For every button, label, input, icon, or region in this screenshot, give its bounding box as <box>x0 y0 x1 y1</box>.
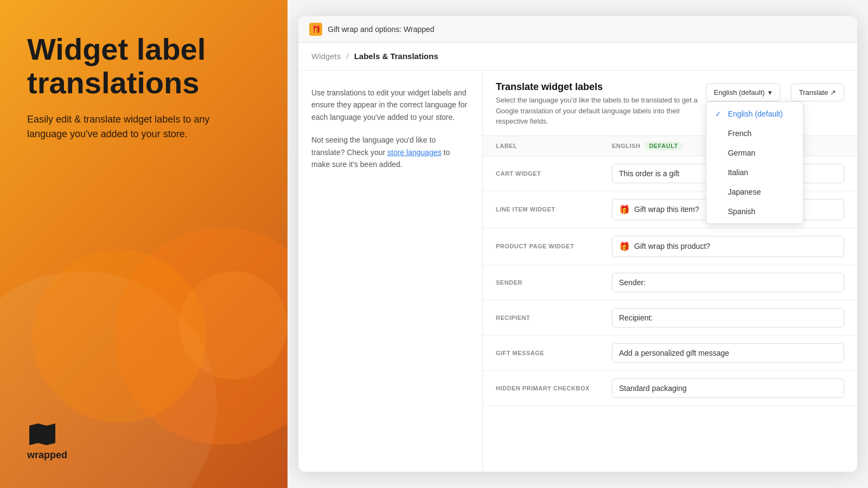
translation-panel: Translate widget labels Select the langu… <box>483 70 857 472</box>
logo-text: wrapped <box>27 450 67 461</box>
recipient-input[interactable] <box>612 308 844 328</box>
row-value-gift-message <box>612 343 844 363</box>
sender-input[interactable] <box>612 273 844 292</box>
row-value-recipient <box>612 308 844 328</box>
row-label-line-item: LINE ITEM WIDGET <box>496 206 612 213</box>
row-label-gift-message: GIFT MESSAGE <box>496 350 612 356</box>
hero-title: Widget label translations <box>27 33 260 99</box>
row-value-product-page: 🎁 Gift wrap this product? <box>612 236 844 257</box>
product-page-field[interactable]: 🎁 Gift wrap this product? <box>612 236 844 257</box>
translate-button[interactable]: Translate ↗ <box>791 84 844 101</box>
language-dropdown-trigger[interactable]: English (default) ▾ <box>706 84 780 101</box>
row-value-hidden-primary <box>612 378 844 398</box>
hero-subtitle: Easily edit & translate widget labels to… <box>27 112 222 142</box>
lang-option-japanese[interactable]: Japanese <box>706 182 803 202</box>
title-bar: 🎁 Gift wrap and options: Wrapped <box>298 16 857 43</box>
desc-paragraph-2: Not seeing the language you'd like to tr… <box>311 134 469 170</box>
breadcrumb-separator: / <box>346 52 348 61</box>
logo-icon <box>27 422 67 446</box>
gift-icon: 🎁 <box>619 241 630 252</box>
check-icon: ✓ <box>715 110 724 118</box>
default-badge: Default <box>644 142 682 150</box>
chevron-down-icon: ▾ <box>768 88 772 97</box>
app-icon: 🎁 <box>309 23 322 36</box>
main-content: Use translations to edit your widget lab… <box>298 70 857 472</box>
gift-icon: 🎁 <box>619 204 630 215</box>
store-languages-link[interactable]: store languages <box>387 148 442 157</box>
line-item-text: Gift wrap this item? <box>634 205 699 214</box>
table-row: GIFT MESSAGE <box>483 336 857 371</box>
language-dropdown-wrapper[interactable]: English (default) ▾ ✓ English (default) <box>706 84 780 101</box>
table-row: PRODUCT PAGE WIDGET 🎁 Gift wrap this pro… <box>483 228 857 265</box>
col-label-header: LABEL <box>496 143 612 149</box>
product-page-text: Gift wrap this product? <box>634 242 710 251</box>
translation-header-left: Translate widget labels Select the langu… <box>496 81 706 127</box>
gift-message-input[interactable] <box>612 343 844 363</box>
table-row: HIDDEN PRIMARY CHECKBOX <box>483 371 857 406</box>
breadcrumb-parent[interactable]: Widgets <box>311 52 341 61</box>
breadcrumb-current: Labels & Translations <box>354 52 438 61</box>
selected-language-label: English (default) <box>714 88 765 97</box>
table-row: SENDER <box>483 265 857 300</box>
lang-option-italian[interactable]: Italian <box>706 163 803 182</box>
left-panel: Widget label translations Easily edit & … <box>0 0 288 488</box>
hidden-primary-input[interactable] <box>612 378 844 398</box>
row-label-recipient: RECIPIENT <box>496 314 612 321</box>
lang-option-spanish[interactable]: Spanish <box>706 202 803 221</box>
translation-header: Translate widget labels Select the langu… <box>483 70 857 136</box>
table-row: RECIPIENT <box>483 300 857 336</box>
right-panel: 🎁 Gift wrap and options: Wrapped Widgets… <box>288 0 868 488</box>
lang-option-german[interactable]: German <box>706 143 803 163</box>
language-dropdown-menu: ✓ English (default) French German <box>706 101 803 224</box>
row-label-sender: SENDER <box>496 279 612 286</box>
lang-option-french[interactable]: French <box>706 124 803 143</box>
app-window: 🎁 Gift wrap and options: Wrapped Widgets… <box>298 16 857 472</box>
translation-description: Select the language you'd like the label… <box>496 95 706 127</box>
logo-area: wrapped <box>27 422 67 461</box>
app-title: Gift wrap and options: Wrapped <box>328 25 435 34</box>
breadcrumb-bar: Widgets / Labels & Translations <box>298 43 857 70</box>
desc-paragraph-1: Use translations to edit your widget lab… <box>311 87 469 123</box>
breadcrumb: Widgets / Labels & Translations <box>311 52 438 61</box>
row-label-product-page: PRODUCT PAGE WIDGET <box>496 243 612 249</box>
row-label-cart: CART WIDGET <box>496 170 612 177</box>
lang-option-english[interactable]: ✓ English (default) <box>706 104 803 124</box>
row-label-hidden-primary: HIDDEN PRIMARY CHECKBOX <box>496 385 612 391</box>
translation-title: Translate widget labels <box>496 81 706 93</box>
row-value-sender <box>612 273 844 292</box>
translation-header-right: English (default) ▾ ✓ English (default) <box>706 84 844 101</box>
description-panel: Use translations to edit your widget lab… <box>298 70 483 472</box>
